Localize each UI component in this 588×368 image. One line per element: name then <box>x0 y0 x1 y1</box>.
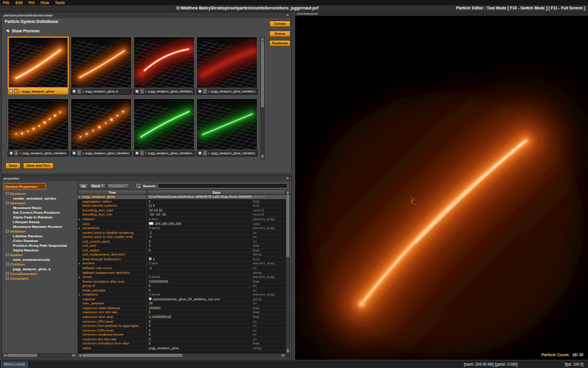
tree-item[interactable]: jugg_weapon_glow_b <box>2 266 76 271</box>
property-row[interactable]: minimum GPU level0int <box>78 328 286 333</box>
thumbnail-checkbox-icon[interactable] <box>72 151 76 155</box>
tree-category-operator[interactable]: −Operator <box>2 200 76 205</box>
thumbnail-checkbox-icon[interactable] <box>135 89 139 93</box>
property-row[interactable]: materialparticle\particle_glow_04_additi… <box>78 297 286 302</box>
property-value-cell[interactable]: 0 <box>147 319 252 323</box>
property-value-cell[interactable] <box>147 253 252 257</box>
property-row[interactable]: minimum rendered frames0int <box>78 333 286 337</box>
property-row[interactable]: namejugg_weapon_glowstring <box>78 346 286 351</box>
property-row[interactable]: max_particles16int <box>78 301 286 306</box>
tree-category-children[interactable]: −Children <box>2 261 76 266</box>
property-value-cell[interactable]: 16 <box>147 301 252 306</box>
tree-item[interactable]: Movement Basic <box>2 205 76 210</box>
particle-preview-image[interactable] <box>8 37 69 88</box>
show-previews-checkbox[interactable]: ✓ Show Previews <box>6 29 39 33</box>
scroll-thumb[interactable] <box>286 195 289 257</box>
property-row[interactable]: initial_particles0int <box>78 288 286 293</box>
scroll-left-icon[interactable]: ◄ <box>78 354 82 357</box>
expand-icon[interactable]: ▸ <box>79 218 82 221</box>
property-row[interactable]: control point to only enable rend-1int <box>78 235 286 240</box>
property-value-cell[interactable]: 1000000000 <box>147 279 252 283</box>
close-icon[interactable]: × <box>285 13 290 17</box>
property-value-cell[interactable]: 1 <box>147 244 252 248</box>
scroll-track[interactable] <box>82 354 281 357</box>
save-and-test-button[interactable]: Save and Test <box>23 163 54 169</box>
grid-horizontal-scrollbar[interactable]: ◄ ► <box>78 353 286 357</box>
scroll-thumb[interactable] <box>8 354 37 357</box>
thumbnail-checkbox-icon[interactable] <box>9 151 13 155</box>
property-row[interactable]: maximum sim tick rate0float <box>78 310 286 315</box>
property-value-cell[interactable]: 255 255 255 255 <box>147 221 252 226</box>
property-value-cell[interactable]: 4 items <box>147 293 252 297</box>
property-row[interactable]: minimum CPU level0int <box>78 319 286 324</box>
property-value-cell[interactable]: 100000 <box>147 306 252 310</box>
collapse-icon[interactable]: − <box>6 253 9 256</box>
property-row[interactable]: ▸initializers4 itemselement_array <box>78 293 286 297</box>
property-row[interactable]: freeze simulation after time1000000000fl… <box>78 279 286 284</box>
menu-edit[interactable]: Edit <box>15 0 22 5</box>
expand-icon[interactable]: ▾ <box>79 195 82 198</box>
up-button[interactable]: Up <box>79 183 88 189</box>
property-row[interactable]: maximum time step0.1000000015float <box>78 315 286 320</box>
forward-button[interactable]: Forward▼ <box>107 183 129 189</box>
menu-tools[interactable]: Tools <box>55 0 65 5</box>
property-value-cell[interactable]: 0 <box>147 288 252 292</box>
column-header-data[interactable]: Data <box>147 190 286 195</box>
tree-item[interactable]: Movement Maintain Position <box>2 224 76 228</box>
tree-category-emitter[interactable]: −Emitter <box>2 252 76 257</box>
property-row[interactable]: control point to disable rendering-1int <box>78 230 286 235</box>
property-value-cell[interactable]: 0.1000000015 <box>147 315 252 319</box>
property-row[interactable]: maximum draw distance100000float <box>78 306 286 311</box>
tree-category-renderer[interactable]: −Renderer <box>2 191 76 195</box>
thumbnail-label[interactable]: 1≡jugg_weapon_glow_b <box>71 88 132 95</box>
particle-preview-image[interactable] <box>133 37 195 88</box>
menu-view[interactable]: View <box>41 0 49 5</box>
expand-icon[interactable]: ▸ <box>79 227 82 230</box>
property-row[interactable]: minimum simulation time step0float <box>78 342 286 346</box>
scroll-track[interactable] <box>286 194 289 349</box>
tree-item[interactable]: Color Random <box>2 238 76 243</box>
property-value-cell[interactable]: 0 <box>147 204 252 208</box>
tree-item[interactable]: Alpha Random <box>2 247 76 252</box>
expand-icon[interactable]: ▸ <box>79 276 82 279</box>
create-button[interactable]: Create <box>269 21 290 27</box>
property-value-cell[interactable]: 10 10 10 <box>147 208 252 213</box>
particle-preview-image[interactable] <box>196 37 258 88</box>
property-value-cell[interactable]: 0 <box>147 248 252 253</box>
thumbnail-label[interactable]: 1≡jugg_weapon_glow <box>8 88 69 95</box>
checkbox-icon[interactable]: ✓ <box>6 29 10 33</box>
menu-pet[interactable]: Pet <box>28 0 34 5</box>
collapse-icon[interactable]: − <box>6 201 9 204</box>
scroll-thumb[interactable] <box>261 42 264 107</box>
tree-horizontal-scrollbar[interactable]: ◄ ► <box>2 353 76 357</box>
property-row[interactable]: fallback max count-1int <box>78 266 286 271</box>
scroll-down-icon[interactable]: ▼ <box>261 154 264 158</box>
thumbnail-label[interactable]: 1≡jugg_weapon_glow_variation_3 <box>196 150 258 157</box>
scroll-track[interactable] <box>261 41 264 154</box>
thumbnail-label[interactable]: 1≡jugg_weapon_glow_variation_2 <box>71 150 132 157</box>
thumbnail-checkbox-icon[interactable] <box>135 151 139 155</box>
particle-thumbnail[interactable]: 1≡jugg_weapon_glow_variation_2 <box>8 98 69 157</box>
collapse-icon[interactable]: − <box>6 263 9 266</box>
particle-thumbnail[interactable]: 1≡jugg_weapon_glow_b <box>71 37 132 95</box>
chevron-down-icon[interactable]: ▼ <box>125 184 127 187</box>
property-value-cell[interactable]: 0 <box>147 284 252 288</box>
property-row[interactable]: minimum sim tick rate0int <box>78 337 286 342</box>
particle-thumbnail[interactable]: 1≡jugg_weapon_glow_variation_2 <box>71 98 132 157</box>
scroll-right-icon[interactable]: ► <box>72 354 76 357</box>
scroll-right-icon[interactable]: ► <box>281 354 285 357</box>
particle-thumbnail[interactable]: 1≡jugg_weapon_glow_variation_1 <box>196 37 258 95</box>
duplicate-button[interactable]: Duplicate <box>269 40 290 47</box>
property-row[interactable]: cull_control_point0int <box>78 239 286 244</box>
tree-category-forcegenerator[interactable]: −ForceGenerator <box>2 271 76 276</box>
property-value-cell[interactable]: 0 <box>147 328 252 332</box>
checkbox-icon[interactable] <box>149 204 152 207</box>
thumbnail-checkbox-icon[interactable] <box>198 151 202 155</box>
property-row[interactable]: cull_cost1float <box>78 244 286 248</box>
property-value-cell[interactable]: 0 <box>147 239 252 243</box>
tree-item[interactable]: emit_instantaneously <box>2 257 76 261</box>
thumbnail-label[interactable]: 1≡jugg_weapon_glow_variation_1 <box>196 88 258 95</box>
thumbnail-scrollbar[interactable]: ▲ ▼ <box>260 37 265 159</box>
property-row[interactable]: bounding_box_min-10 -10 -10vector3 <box>78 213 286 217</box>
property-row[interactable]: minimum free particles to aggregate0int <box>78 324 286 329</box>
